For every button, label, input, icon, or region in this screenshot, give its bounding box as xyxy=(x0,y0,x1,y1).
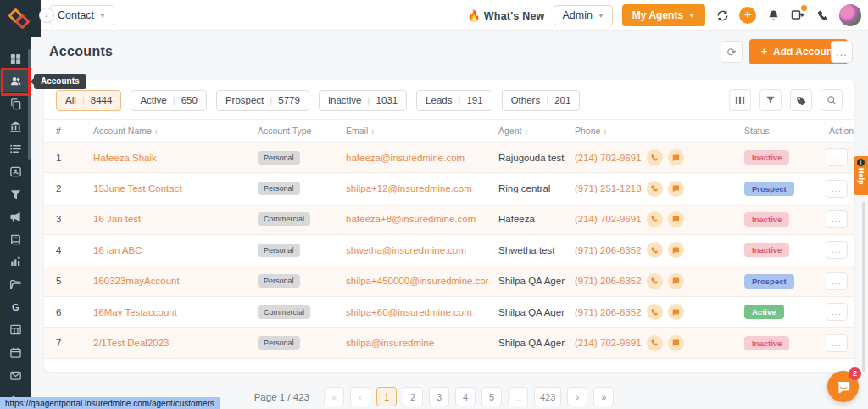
account-name-link[interactable]: Hafeeza Shaik xyxy=(83,153,248,163)
message-icon[interactable] xyxy=(668,335,684,351)
account-name-link[interactable]: 16 jan ABC xyxy=(83,245,248,255)
call-icon[interactable] xyxy=(647,242,663,258)
message-icon[interactable] xyxy=(668,181,684,197)
row-actions-button[interactable]: ... xyxy=(826,180,848,198)
filter-chip-leads[interactable]: Leads|191 xyxy=(416,90,492,111)
sidebar-item-table[interactable] xyxy=(0,319,31,342)
whats-new-link[interactable]: 🔥 What's New xyxy=(467,9,544,22)
sidebar-item-funnel[interactable] xyxy=(0,183,31,206)
sidebar-item-chart[interactable] xyxy=(0,251,31,274)
status-badge: Prospect xyxy=(744,274,794,289)
chat-launcher-button[interactable]: 2 xyxy=(827,371,859,402)
account-name-link[interactable]: 2/1Test Deal2023 xyxy=(83,338,248,348)
sidebar-scrollbar[interactable] xyxy=(28,49,31,160)
sync-icon[interactable] xyxy=(715,8,730,23)
sidebar-item-list[interactable] xyxy=(0,138,31,161)
sidebar-item-calendar[interactable] xyxy=(0,341,31,364)
filter-chip-active[interactable]: Active|650 xyxy=(131,90,207,111)
row-number: 2 xyxy=(44,183,83,193)
tag-button[interactable] xyxy=(790,89,812,111)
phone-number-link[interactable]: (971) 206-6352 xyxy=(575,307,642,317)
page-button-2[interactable]: 2 xyxy=(403,387,423,406)
columns-button[interactable] xyxy=(729,89,751,111)
message-icon[interactable] xyxy=(668,273,684,289)
account-email-link[interactable]: hafeeza@insuredmine.com xyxy=(336,153,488,163)
call-icon[interactable] xyxy=(647,273,663,289)
search-category-dropdown[interactable]: Contact▼ xyxy=(49,5,114,25)
message-icon[interactable] xyxy=(668,211,684,227)
message-icon[interactable] xyxy=(668,149,684,165)
sidebar-item-dashboard[interactable] xyxy=(0,48,31,70)
call-icon[interactable] xyxy=(647,335,663,351)
filter-button[interactable] xyxy=(760,89,782,111)
sidebar-item-google[interactable]: G xyxy=(0,296,31,319)
page-button-3[interactable]: 3 xyxy=(429,387,449,406)
page-button-5[interactable]: 5 xyxy=(481,387,502,406)
phone-number-link[interactable]: (214) 702-9691 xyxy=(575,214,642,224)
sidebar-item-mail[interactable] xyxy=(0,364,31,387)
col-header-agent[interactable]: Agent↕ xyxy=(488,126,565,136)
phone-number-link[interactable]: (971) 206-6352 xyxy=(575,276,642,286)
col-header-account-name[interactable]: Account Name↕ xyxy=(83,126,248,136)
account-email-link[interactable]: shwetha@insuredmine.com xyxy=(336,245,488,255)
page-button-4[interactable]: 4 xyxy=(455,387,476,406)
account-email-link[interactable]: shilpa@insuredmine xyxy=(336,338,488,348)
account-email-link[interactable]: shilpa+450000@insuredmine.com xyxy=(336,276,488,286)
account-name-link[interactable]: 16 Jan test xyxy=(83,214,248,224)
row-actions-button[interactable]: ... xyxy=(826,334,848,352)
phone-number-link[interactable]: (971) 251-1218 xyxy=(575,183,642,193)
sidebar-item-copy[interactable] xyxy=(0,92,31,115)
message-icon[interactable] xyxy=(668,304,684,320)
export-icon[interactable] xyxy=(790,8,805,23)
account-email-link[interactable]: shilpa+60@insuredmine.com xyxy=(336,307,488,317)
phone-number-link[interactable]: (214) 702-9691 xyxy=(575,153,642,163)
filter-chip-others[interactable]: Others|201 xyxy=(502,90,581,111)
account-email-link[interactable]: hafeeza+8@insuredmine.com xyxy=(336,214,488,224)
filter-chip-prospect[interactable]: Prospect|5779 xyxy=(216,90,309,111)
refresh-button[interactable]: ⟳ xyxy=(721,41,743,63)
page-more-options-button[interactable]: ... xyxy=(831,41,853,63)
page-button-423[interactable]: 423 xyxy=(534,387,561,406)
filter-chip-all[interactable]: All|8444 xyxy=(56,90,121,111)
sidebar-item-megaphone[interactable] xyxy=(0,205,31,228)
call-icon[interactable] xyxy=(647,181,663,197)
sidebar-item-book[interactable] xyxy=(0,228,31,251)
table-search-button[interactable] xyxy=(821,89,843,111)
sidebar-expand-button[interactable]: › xyxy=(39,8,54,23)
col-header-email[interactable]: Email↕ xyxy=(336,126,488,136)
account-name-link[interactable]: 160323mayAccount xyxy=(83,276,248,286)
row-actions-button[interactable]: ... xyxy=(826,210,848,228)
sidebar-item-accounts[interactable] xyxy=(0,70,31,93)
admin-dropdown[interactable]: Admin▼ xyxy=(554,5,612,25)
row-actions-button[interactable]: ... xyxy=(826,241,848,259)
row-actions-button[interactable]: ... xyxy=(826,148,848,166)
row-actions-button[interactable]: ... xyxy=(826,303,848,321)
call-icon[interactable] xyxy=(647,211,663,227)
phone-number-link[interactable]: (971) 206-6352 xyxy=(575,245,642,255)
bell-icon[interactable] xyxy=(765,8,781,23)
add-new-icon[interactable]: + xyxy=(739,7,756,24)
sidebar-item-folder[interactable] xyxy=(0,273,31,296)
phone-icon[interactable] xyxy=(815,8,830,23)
account-name-link[interactable]: 16May Testaccount xyxy=(83,307,248,317)
my-agents-button[interactable]: My Agents▼ xyxy=(622,4,705,26)
phone-number-link[interactable]: (214) 702-9691 xyxy=(575,338,642,348)
page-next-button[interactable]: › xyxy=(567,387,587,406)
filter-chip-inactive[interactable]: Inactive|1031 xyxy=(319,90,407,111)
page-last-button[interactable]: » xyxy=(593,387,614,406)
avatar[interactable] xyxy=(839,4,861,26)
chip-label: Inactive xyxy=(328,95,362,105)
account-name-link[interactable]: 15June Test Contact xyxy=(83,183,248,193)
help-tab[interactable]: i Help xyxy=(854,156,868,195)
call-icon[interactable] xyxy=(647,149,663,165)
status-badge: Prospect xyxy=(744,182,794,196)
account-email-link[interactable]: shilpa+12@insuredmine.com xyxy=(336,183,488,193)
page-scrollbar[interactable] xyxy=(862,202,865,372)
sidebar-item-id-card[interactable] xyxy=(0,160,31,183)
sidebar-item-bank[interactable] xyxy=(0,115,31,138)
message-icon[interactable] xyxy=(668,242,684,258)
page-button-1[interactable]: 1 xyxy=(376,387,397,406)
call-icon[interactable] xyxy=(647,304,663,320)
row-actions-button[interactable]: ... xyxy=(826,272,848,290)
col-header-phone[interactable]: Phone↕ xyxy=(565,126,734,136)
